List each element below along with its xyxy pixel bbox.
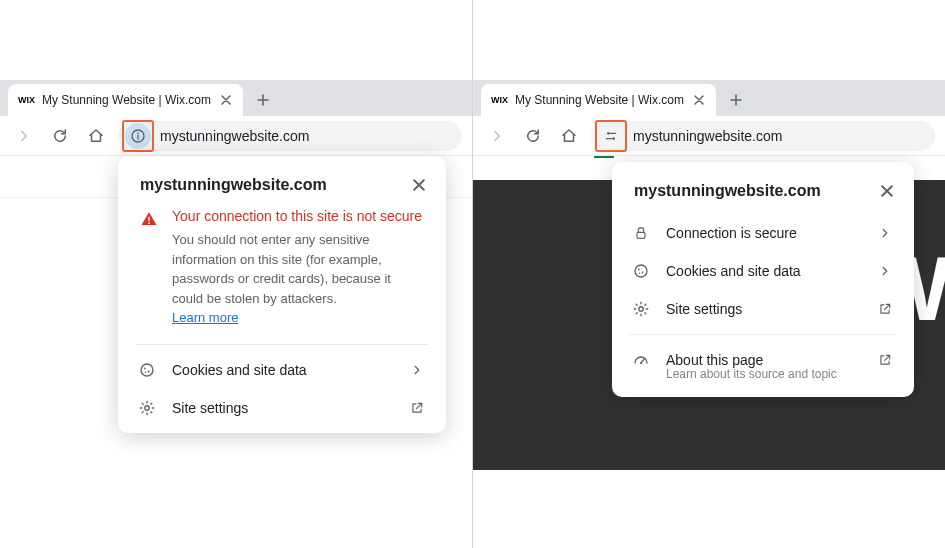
about-page-subtext: Learn about its source and topic (612, 367, 914, 391)
browser-tab[interactable]: WIX My Stunning Website | Wix.com (481, 84, 716, 116)
toolbar: mystunningwebsite.com (473, 116, 945, 156)
svg-point-17 (640, 362, 642, 364)
forward-icon[interactable] (10, 122, 38, 150)
wix-favicon: WIX (18, 95, 34, 105)
svg-point-16 (639, 307, 644, 312)
address-bar[interactable]: mystunningwebsite.com (118, 121, 462, 151)
new-tab-button[interactable] (722, 86, 750, 114)
svg-rect-2 (148, 217, 150, 222)
row-label: Connection is secure (666, 225, 860, 241)
chevron-right-icon (408, 361, 426, 379)
tab-strip: WIX My Stunning Website | Wix.com (473, 80, 945, 116)
popup-title: mystunningwebsite.com (634, 182, 821, 200)
svg-point-5 (144, 368, 146, 370)
reload-icon[interactable] (519, 122, 547, 150)
green-indicator (594, 156, 614, 158)
open-external-icon (876, 351, 894, 369)
address-text: mystunningwebsite.com (633, 128, 782, 144)
warning-description: You should not enter any sensitive infor… (172, 230, 424, 308)
site-info-button[interactable] (125, 123, 151, 149)
svg-point-1 (137, 132, 139, 134)
close-icon[interactable] (878, 182, 896, 200)
row-label: Site settings (172, 400, 392, 416)
home-icon[interactable] (555, 122, 583, 150)
cookie-icon (138, 361, 156, 379)
svg-point-12 (635, 265, 647, 277)
home-icon[interactable] (82, 122, 110, 150)
gear-icon (632, 300, 650, 318)
tab-strip: WIX My Stunning Website | Wix.com (0, 80, 472, 116)
svg-point-15 (639, 273, 641, 275)
open-external-icon (408, 399, 426, 417)
svg-rect-11 (637, 232, 645, 238)
svg-point-4 (141, 364, 153, 376)
connection-secure-row[interactable]: Connection is secure (612, 214, 914, 252)
warning-title: Your connection to this site is not secu… (172, 208, 424, 224)
separator (630, 334, 896, 335)
gear-icon (138, 399, 156, 417)
cookie-icon (632, 262, 650, 280)
insecure-warning: Your connection to this site is not secu… (118, 208, 446, 338)
close-icon[interactable] (410, 176, 428, 194)
svg-point-6 (148, 371, 150, 373)
close-icon[interactable] (692, 93, 706, 107)
cookies-row[interactable]: Cookies and site data (612, 252, 914, 290)
reload-icon[interactable] (46, 122, 74, 150)
row-label: Cookies and site data (666, 263, 860, 279)
new-tab-button[interactable] (249, 86, 277, 114)
popup-title: mystunningwebsite.com (140, 176, 327, 194)
wix-favicon: WIX (491, 95, 507, 105)
address-text: mystunningwebsite.com (160, 128, 309, 144)
chevron-right-icon (876, 262, 894, 280)
tab-title: My Stunning Website | Wix.com (42, 93, 211, 107)
row-label: Site settings (666, 301, 860, 317)
row-label: About this page (666, 352, 860, 368)
site-settings-row[interactable]: Site settings (118, 389, 446, 427)
lock-icon (632, 224, 650, 242)
svg-point-8 (145, 406, 150, 411)
site-info-button[interactable] (598, 123, 624, 149)
row-label: Cookies and site data (172, 362, 392, 378)
address-bar[interactable]: mystunningwebsite.com (591, 121, 935, 151)
highlight-box-left (122, 120, 154, 152)
svg-point-9 (607, 132, 610, 135)
speed-icon (632, 351, 650, 369)
separator (136, 344, 428, 345)
svg-point-14 (642, 272, 644, 274)
close-icon[interactable] (219, 93, 233, 107)
browser-tab[interactable]: WIX My Stunning Website | Wix.com (8, 84, 243, 116)
forward-icon[interactable] (483, 122, 511, 150)
site-settings-row[interactable]: Site settings (612, 290, 914, 328)
learn-more-link[interactable]: Learn more (172, 310, 238, 325)
tab-title: My Stunning Website | Wix.com (515, 93, 684, 107)
site-info-popup-secure: mystunningwebsite.com Connection is secu… (612, 162, 914, 397)
open-external-icon (876, 300, 894, 318)
highlight-box-right (595, 120, 627, 152)
site-info-popup-insecure: mystunningwebsite.com Your connection to… (118, 156, 446, 433)
svg-rect-3 (148, 222, 150, 224)
svg-point-10 (612, 137, 615, 140)
warning-triangle-icon (140, 210, 158, 326)
svg-point-13 (638, 269, 640, 271)
tune-icon (603, 128, 619, 144)
chevron-right-icon (876, 224, 894, 242)
svg-point-7 (145, 372, 147, 374)
info-icon (130, 128, 146, 144)
cookies-row[interactable]: Cookies and site data (118, 351, 446, 389)
toolbar: mystunningwebsite.com (0, 116, 472, 156)
